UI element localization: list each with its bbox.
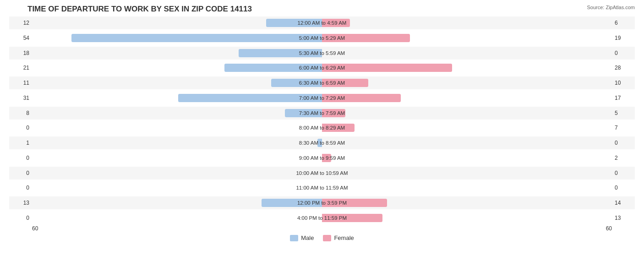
male-bar bbox=[285, 109, 322, 117]
bars-wrapper: 11:00 AM to 11:59 AM bbox=[32, 181, 612, 194]
source-label: Source: ZipAtlas.com bbox=[587, 5, 635, 10]
female-bar bbox=[322, 34, 410, 42]
male-value: 0 bbox=[9, 185, 32, 191]
male-value: 31 bbox=[9, 95, 32, 101]
axis-labels: 60 60 bbox=[9, 225, 635, 232]
female-bar bbox=[322, 79, 368, 87]
male-value: 21 bbox=[9, 65, 32, 71]
chart-row: 0 11:00 AM to 11:59 AM 0 bbox=[9, 181, 635, 194]
bars-wrapper: 5:00 AM to 5:29 AM bbox=[32, 32, 612, 44]
male-bar bbox=[178, 94, 322, 102]
chart-row: 8 7:30 AM to 7:59 AM 5 bbox=[9, 107, 635, 120]
time-label: 10:00 AM to 10:59 AM bbox=[296, 170, 348, 176]
male-bar bbox=[224, 64, 322, 72]
female-value: 17 bbox=[612, 95, 635, 101]
chart-area: 12 12:00 AM to 4:59 AM 6 54 5:00 AM to 5… bbox=[9, 16, 635, 238]
female-value: 14 bbox=[612, 200, 635, 206]
bars-wrapper: 12:00 PM to 3:59 PM bbox=[32, 196, 612, 209]
chart-row: 13 12:00 PM to 3:59 PM 14 bbox=[9, 196, 635, 209]
legend: Male Female bbox=[9, 234, 635, 241]
chart-title: TIME OF DEPARTURE TO WORK BY SEX IN ZIP … bbox=[9, 5, 635, 14]
time-label: 11:00 AM to 11:59 AM bbox=[296, 185, 348, 190]
female-legend-label: Female bbox=[334, 234, 354, 241]
female-bar bbox=[322, 109, 345, 117]
female-value: 13 bbox=[612, 215, 635, 221]
time-label: 8:30 AM to 8:59 AM bbox=[299, 140, 345, 146]
chart-row: 1 8:30 AM to 8:59 AM 0 bbox=[9, 136, 635, 149]
chart-row: 12 12:00 AM to 4:59 AM 6 bbox=[9, 16, 635, 29]
male-value: 8 bbox=[9, 110, 32, 116]
female-value: 0 bbox=[612, 140, 635, 146]
male-bar bbox=[266, 19, 322, 27]
legend-female: Female bbox=[323, 234, 354, 241]
chart-row: 0 10:00 AM to 10:59 AM 0 bbox=[9, 167, 635, 180]
male-value: 1 bbox=[9, 140, 32, 146]
bars-wrapper: 6:30 AM to 6:59 AM bbox=[32, 76, 612, 89]
female-bar bbox=[322, 154, 331, 162]
bars-wrapper: 8:30 AM to 8:59 AM bbox=[32, 136, 612, 149]
chart-row: 0 4:00 PM to 11:59 PM 13 bbox=[9, 212, 635, 224]
male-legend-label: Male bbox=[301, 234, 314, 241]
chart-row: 54 5:00 AM to 5:29 AM 19 bbox=[9, 32, 635, 44]
male-value: 54 bbox=[9, 35, 32, 41]
axis-left: 60 bbox=[32, 225, 38, 232]
chart-container: TIME OF DEPARTURE TO WORK BY SEX IN ZIP … bbox=[0, 0, 644, 272]
male-value: 0 bbox=[9, 215, 32, 221]
bars-wrapper: 9:00 AM to 9:59 AM bbox=[32, 152, 612, 164]
rows-container: 12 12:00 AM to 4:59 AM 6 54 5:00 AM to 5… bbox=[9, 16, 635, 224]
female-bar bbox=[322, 19, 350, 27]
female-bar bbox=[322, 94, 401, 102]
female-value: 19 bbox=[612, 35, 635, 41]
chart-row: 31 7:00 AM to 7:29 AM 17 bbox=[9, 92, 635, 104]
female-bar bbox=[322, 64, 452, 72]
bars-wrapper: 7:00 AM to 7:29 AM bbox=[32, 92, 612, 104]
female-value: 5 bbox=[612, 110, 635, 116]
male-bar bbox=[239, 49, 322, 57]
chart-row: 0 8:00 AM to 8:29 AM 7 bbox=[9, 121, 635, 134]
male-value: 0 bbox=[9, 125, 32, 131]
female-bar bbox=[322, 214, 382, 222]
male-legend-box bbox=[290, 235, 298, 241]
bars-wrapper: 10:00 AM to 10:59 AM bbox=[32, 167, 612, 180]
female-bar bbox=[322, 199, 387, 207]
chart-row: 18 5:30 AM to 5:59 AM 0 bbox=[9, 47, 635, 60]
female-value: 0 bbox=[612, 50, 635, 56]
bars-wrapper: 6:00 AM to 6:29 AM bbox=[32, 61, 612, 74]
legend-male: Male bbox=[290, 234, 314, 241]
male-bar bbox=[317, 139, 322, 147]
female-value: 0 bbox=[612, 170, 635, 176]
chart-row: 0 9:00 AM to 9:59 AM 2 bbox=[9, 152, 635, 164]
male-value: 13 bbox=[9, 200, 32, 206]
male-bar bbox=[71, 34, 322, 42]
male-value: 11 bbox=[9, 80, 32, 86]
male-bar bbox=[271, 79, 322, 87]
bars-wrapper: 4:00 PM to 11:59 PM bbox=[32, 212, 612, 224]
female-value: 28 bbox=[612, 65, 635, 71]
chart-row: 11 6:30 AM to 6:59 AM 10 bbox=[9, 76, 635, 89]
male-value: 0 bbox=[9, 170, 32, 176]
bars-wrapper: 7:30 AM to 7:59 AM bbox=[32, 107, 612, 120]
bars-wrapper: 12:00 AM to 4:59 AM bbox=[32, 16, 612, 29]
female-value: 10 bbox=[612, 80, 635, 86]
male-value: 18 bbox=[9, 50, 32, 56]
female-value: 7 bbox=[612, 125, 635, 131]
female-legend-box bbox=[323, 235, 331, 241]
bars-wrapper: 8:00 AM to 8:29 AM bbox=[32, 121, 612, 134]
axis-right: 60 bbox=[606, 225, 612, 232]
female-value: 2 bbox=[612, 155, 635, 161]
male-value: 12 bbox=[9, 20, 32, 26]
female-bar bbox=[322, 124, 355, 132]
male-bar bbox=[262, 199, 322, 207]
female-value: 0 bbox=[612, 185, 635, 191]
male-value: 0 bbox=[9, 155, 32, 161]
chart-row: 21 6:00 AM to 6:29 AM 28 bbox=[9, 61, 635, 74]
bars-wrapper: 5:30 AM to 5:59 AM bbox=[32, 47, 612, 60]
female-value: 6 bbox=[612, 20, 635, 26]
